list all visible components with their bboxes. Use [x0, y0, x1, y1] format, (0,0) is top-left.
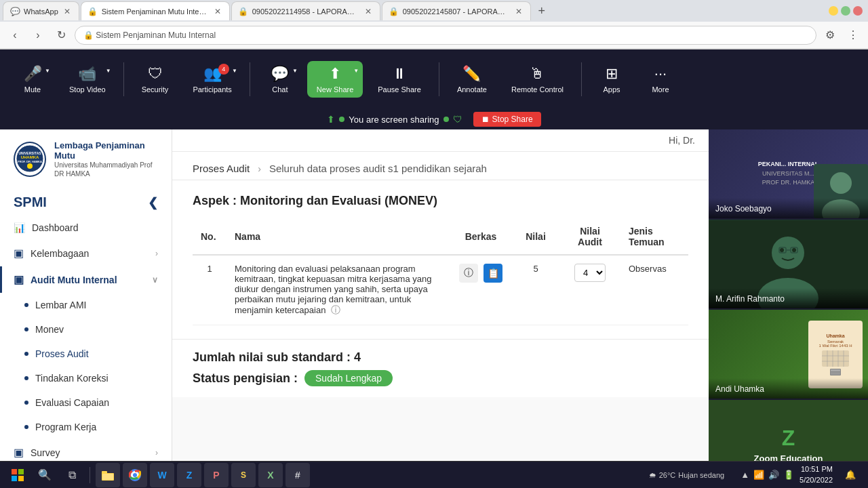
tab-bar: 💬 WhatsApp ✕ 🔒 Sistem Penjaminan Mutu In… — [0, 0, 868, 22]
sidebar-brand: Lembaga Penjaminan Mutu Universitas Muha… — [54, 140, 158, 178]
sidebar-item-lembar-ami-label: Lembar AMI — [35, 300, 86, 310]
audit-mutu-icon: ▣ — [14, 273, 24, 286]
file-explorer-button[interactable] — [96, 463, 120, 487]
svg-point-35 — [133, 473, 137, 477]
tile2-name: M. Arifin Rahmanto — [715, 294, 785, 304]
more-label: More — [652, 85, 669, 94]
col-berkas: Berkas — [450, 219, 512, 255]
breadcrumb-detail: Seluruh data proses audit s1 pendidikan … — [269, 163, 487, 174]
share-shield-icon: 🛡 — [453, 114, 462, 125]
chrome-button[interactable] — [123, 463, 147, 487]
forward-button[interactable]: › — [28, 26, 47, 45]
sidebar-item-kelembagaan[interactable]: ▣ Kelembagaan › — [0, 240, 172, 266]
back-button[interactable]: ‹ — [5, 26, 24, 45]
sidebar-item-lembar-ami[interactable]: Lembar AMI — [0, 293, 172, 317]
siakad-button[interactable]: S — [231, 463, 256, 487]
stop-share-button[interactable]: ⏹ Stop Share — [473, 112, 541, 127]
taskbar-weather: 🌧 26°C Hujan sedang — [649, 471, 724, 479]
monev-bullet-icon — [24, 327, 28, 331]
toolbar-separator-3 — [439, 62, 439, 96]
taskbar-separator — [90, 467, 90, 483]
tab-laporan1[interactable]: 🔒 09052022114958 - LAPORAN P... ✕ — [231, 1, 380, 20]
summary-section: Jumlah nilai sub standard : 4 Status pen… — [172, 339, 709, 397]
word-button[interactable]: W — [150, 463, 174, 487]
wifi-icon: 📶 — [753, 470, 764, 480]
more-button[interactable]: ··· More — [639, 61, 682, 98]
berkas-upload-button[interactable]: 📋 — [484, 264, 502, 283]
address-text: Sistem Penjaminan Mutu Internal — [96, 30, 216, 40]
address-bar[interactable]: 🔒 Sistem Penjaminan Mutu Internal — [75, 26, 816, 45]
start-button[interactable] — [5, 463, 30, 487]
sidebar-item-audit-mutu-label: Audit Mutu Internal — [31, 274, 117, 285]
more-icon: ··· — [654, 65, 667, 83]
sidebar-brand-sub: Universitas Muhammadiyah Prof DR HAMKA — [54, 161, 158, 178]
tab-laporan2-close-icon[interactable]: ✕ — [514, 7, 524, 16]
sidebar-item-tindakan-koreksi[interactable]: Tindakan Koreksi — [0, 366, 172, 390]
tab-laporan2[interactable]: 🔒 09052022145807 - LAPORAN P... ✕ — [382, 1, 531, 20]
zoom-taskbar-button[interactable]: Z — [177, 463, 201, 487]
nav-bar: ‹ › ↻ 🔒 Sistem Penjaminan Mutu Internal … — [0, 22, 868, 49]
remote-control-button[interactable]: 🖱 Remote Control — [502, 61, 573, 98]
notification-button[interactable]: 🔔 — [838, 463, 863, 487]
participants-chevron-icon: ▼ — [232, 68, 237, 74]
dashboard-icon: 📊 — [14, 222, 25, 233]
apps-label: Apps — [603, 85, 620, 94]
evaluasi-bullet-icon — [24, 401, 28, 405]
sidebar-item-monev-label: Monev — [35, 324, 64, 335]
tile1-name: Joko Soebagyo — [715, 204, 772, 214]
pause-share-button[interactable]: ⏸ Pause Share — [368, 61, 431, 98]
sidebar-item-dashboard[interactable]: 📊 Dashboard — [0, 216, 172, 240]
nilai-audit-select[interactable]: 1 2 3 4 5 — [574, 264, 606, 282]
participants-button[interactable]: 👥 4 ▼ Participants — [183, 61, 241, 98]
sidebar-item-evaluasi[interactable]: Evaluasi Capaian — [0, 390, 172, 415]
maximize-button[interactable] — [841, 6, 850, 16]
security-button[interactable]: 🛡 Security — [132, 61, 178, 98]
new-tab-button[interactable]: + — [532, 1, 551, 20]
mute-button[interactable]: 🎤 ▼ Mute — [11, 61, 54, 98]
minimize-button[interactable] — [829, 6, 838, 16]
sidebar-item-audit-mutu[interactable]: ▣ Audit Mutu Internal ∨ — [0, 266, 172, 293]
annotate-button[interactable]: ✏️ Annotate — [448, 61, 496, 98]
calculator-button[interactable]: # — [285, 463, 310, 487]
col-nilai: Nilai — [512, 219, 559, 255]
tab-spmi[interactable]: 🔒 Sistem Penjaminan Mutu Interna... ✕ — [81, 1, 230, 20]
tindakan-koreksi-bullet-icon — [24, 376, 28, 380]
greeting-text: Hi, Dr. — [669, 135, 695, 146]
tab-whatsapp-close-icon[interactable]: ✕ — [62, 7, 72, 16]
pause-share-label: Pause Share — [378, 85, 421, 94]
share-banner-content: ⬆ You are screen sharing 🛡 — [327, 114, 462, 125]
berkas-info-button[interactable]: ⓘ — [459, 264, 478, 283]
info-circle-icon[interactable]: ⓘ — [331, 304, 340, 315]
tab-laporan1-close-icon[interactable]: ✕ — [363, 7, 373, 16]
search-button[interactable]: 🔍 — [33, 463, 57, 487]
extensions-button[interactable]: ⚙ — [821, 26, 840, 45]
reload-button[interactable]: ↻ — [52, 26, 71, 45]
chat-button[interactable]: 💬 ▼ Chat — [258, 61, 302, 98]
sidebar-item-proses-audit[interactable]: Proses Audit — [0, 342, 172, 366]
tab-whatsapp[interactable]: 💬 WhatsApp ✕ — [3, 1, 79, 20]
cell-jenis-temuan: Observas — [620, 255, 688, 325]
apps-button[interactable]: ⊞ Apps — [590, 61, 633, 98]
breadcrumb-proses-audit[interactable]: Proses Audit — [193, 163, 250, 174]
svg-rect-16 — [822, 350, 849, 367]
stop-video-label: Stop Video — [69, 85, 106, 94]
sidebar-item-program-kerja[interactable]: Program Kerja — [0, 415, 172, 439]
sidebar-item-dashboard-label: Dashboard — [32, 222, 79, 233]
tab-spmi-close-icon[interactable]: ✕ — [213, 7, 222, 16]
tile1-overlay-text: PEKANI... INTERNAL — [758, 160, 819, 169]
excel-button[interactable]: X — [258, 463, 283, 487]
task-view-button[interactable]: ⧉ — [60, 463, 84, 487]
share-status-dot — [339, 117, 344, 122]
menu-button[interactable]: ⋮ — [844, 26, 863, 45]
content-area: Hi, Dr. Proses Audit › Seluruh data pros… — [172, 129, 709, 488]
stop-video-button[interactable]: 📹 ▼ Stop Video — [60, 61, 115, 98]
table-area: Aspek : Monitoring dan Evaluasi (MONEV) … — [172, 180, 709, 339]
close-button[interactable] — [853, 6, 863, 16]
sidebar-spmi-header[interactable]: SPMI ❮ — [0, 189, 172, 216]
powerpoint-button[interactable]: P — [204, 463, 229, 487]
new-share-button[interactable]: ⬆ ▼ New Share — [307, 61, 363, 98]
tab-laporan2-title: 09052022145807 - LAPORAN P... — [403, 7, 510, 16]
share-banner-text-label: You are screen sharing — [349, 115, 439, 125]
tile3-name: Andi Uhamka — [715, 384, 764, 394]
sidebar-item-monev[interactable]: Monev — [0, 317, 172, 342]
